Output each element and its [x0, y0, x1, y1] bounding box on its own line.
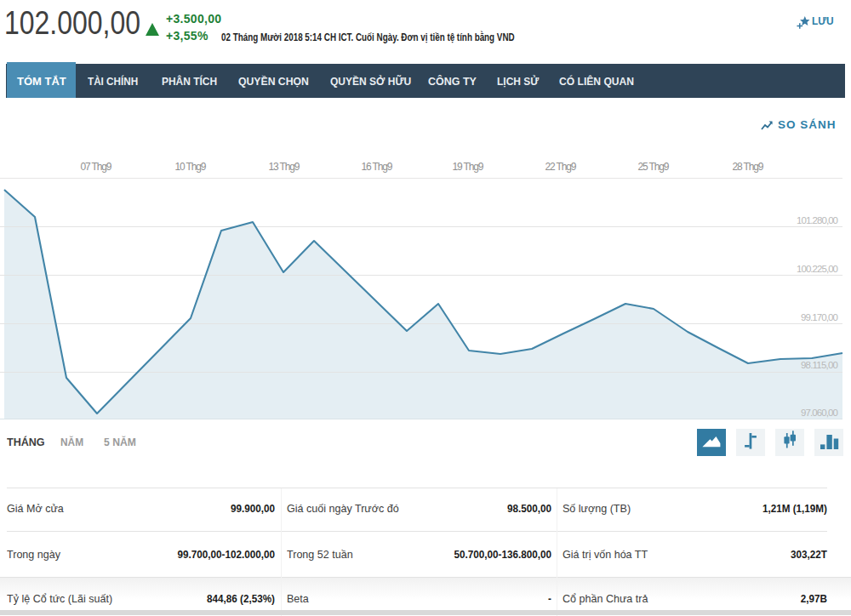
svg-text:100.225,00: 100.225,00: [797, 264, 838, 274]
svg-text:99.170,00: 99.170,00: [801, 312, 838, 322]
svg-text:101.280,00: 101.280,00: [797, 215, 838, 225]
svg-text:19 Thg9: 19 Thg9: [453, 161, 484, 173]
svg-text:13 Thg9: 13 Thg9: [269, 161, 300, 173]
svg-text:22 Thg9: 22 Thg9: [545, 161, 577, 173]
svg-text:98.115,00: 98.115,00: [801, 360, 838, 370]
svg-text:28 Thg9: 28 Thg9: [733, 161, 764, 173]
svg-text:10 Thg9: 10 Thg9: [175, 161, 207, 173]
svg-text:16 Thg9: 16 Thg9: [362, 161, 393, 173]
svg-text:25 Thg9: 25 Thg9: [638, 161, 670, 173]
svg-text:97.060,00: 97.060,00: [801, 408, 838, 418]
svg-text:07 Thg9: 07 Thg9: [81, 161, 112, 173]
